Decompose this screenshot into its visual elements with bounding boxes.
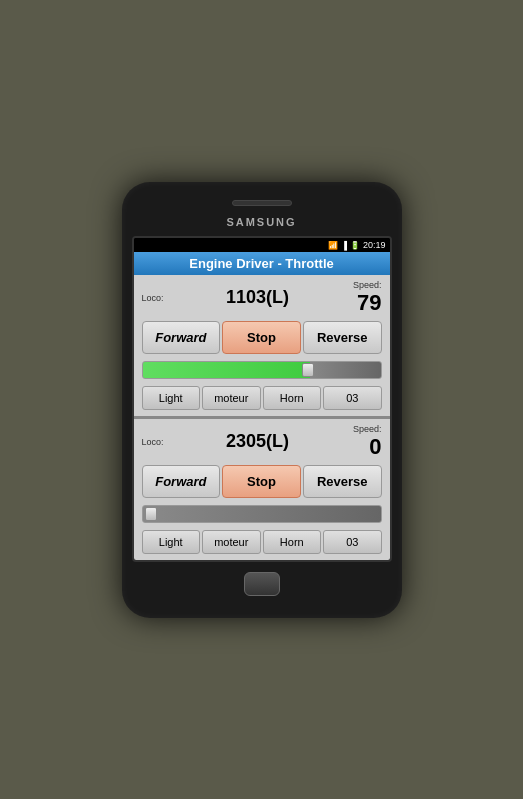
status-bar: 20:19	[134, 238, 390, 252]
loco1-number: 1103(L)	[164, 287, 352, 308]
phone-speaker	[232, 200, 292, 206]
loco2-speed-value: 0	[352, 434, 382, 460]
loco1-header-row: Loco: 1103(L) Speed: 79	[138, 278, 386, 318]
screen: 20:19 Engine Driver - Throttle Loco: 110…	[132, 236, 392, 562]
status-time: 20:19	[363, 240, 386, 250]
home-button[interactable]	[244, 572, 280, 596]
loco2-header-row: Loco: 2305(L) Speed: 0	[138, 422, 386, 462]
loco1-function-buttons: Light moteur Horn 03	[138, 383, 386, 413]
loco1-slider-row	[138, 357, 386, 383]
loco2-horn-button[interactable]: Horn	[263, 530, 322, 554]
phone-brand: SAMSUNG	[132, 216, 392, 228]
loco2-forward-button[interactable]: Forward	[142, 465, 221, 498]
loco1-fn03-button[interactable]: 03	[323, 386, 382, 410]
loco2-reverse-button[interactable]: Reverse	[303, 465, 382, 498]
battery-icon	[350, 240, 360, 250]
loco2-slider-thumb[interactable]	[145, 507, 157, 521]
loco1-section: Loco: 1103(L) Speed: 79 Forward Stop Rev…	[134, 275, 390, 416]
loco2-moteur-button[interactable]: moteur	[202, 530, 261, 554]
loco1-horn-button[interactable]: Horn	[263, 386, 322, 410]
phone: SAMSUNG 20:19 Engine Driver - Throttle L…	[122, 182, 402, 618]
loco2-slider-row	[138, 501, 386, 527]
signal-icon	[341, 240, 347, 250]
loco1-label: Loco:	[142, 293, 164, 303]
loco2-function-buttons: Light moteur Horn 03	[138, 527, 386, 557]
loco1-throttle-slider[interactable]	[142, 361, 382, 379]
loco2-section: Loco: 2305(L) Speed: 0 Forward Stop Reve…	[134, 419, 390, 560]
loco2-direction-buttons: Forward Stop Reverse	[138, 462, 386, 501]
loco1-direction-buttons: Forward Stop Reverse	[138, 318, 386, 357]
loco1-forward-button[interactable]: Forward	[142, 321, 221, 354]
loco1-reverse-button[interactable]: Reverse	[303, 321, 382, 354]
loco2-light-button[interactable]: Light	[142, 530, 201, 554]
loco2-number: 2305(L)	[164, 431, 352, 452]
loco1-moteur-button[interactable]: moteur	[202, 386, 261, 410]
loco1-slider-thumb[interactable]	[302, 363, 314, 377]
loco2-throttle-slider[interactable]	[142, 505, 382, 523]
loco1-speed-value: 79	[352, 290, 382, 316]
app-title: Engine Driver - Throttle	[189, 256, 333, 271]
loco2-stop-button[interactable]: Stop	[222, 465, 301, 498]
app-header: Engine Driver - Throttle	[134, 252, 390, 275]
loco2-fn03-button[interactable]: 03	[323, 530, 382, 554]
wifi-icon	[328, 240, 338, 250]
loco2-label: Loco:	[142, 437, 164, 447]
loco1-stop-button[interactable]: Stop	[222, 321, 301, 354]
loco1-speed-label: Speed:	[352, 280, 382, 290]
loco2-speed-label: Speed:	[352, 424, 382, 434]
loco1-light-button[interactable]: Light	[142, 386, 201, 410]
